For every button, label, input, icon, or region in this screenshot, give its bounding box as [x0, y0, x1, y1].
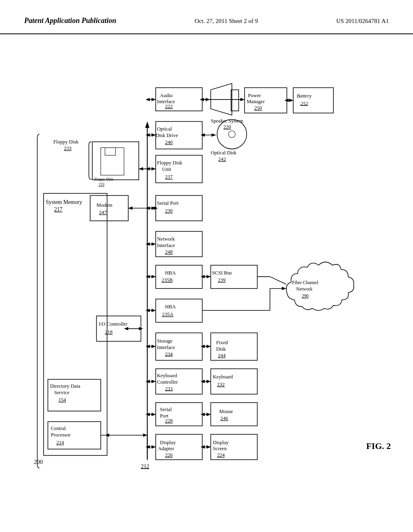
svg-text:214: 214 [56, 440, 65, 445]
svg-point-145 [229, 131, 236, 137]
svg-text:Fixed: Fixed [216, 340, 228, 345]
svg-text:Keyboard: Keyboard [157, 373, 177, 378]
svg-text:Mouse: Mouse [219, 409, 233, 414]
svg-text:Manager: Manager [247, 99, 265, 104]
svg-rect-42 [211, 403, 257, 426]
page-header: Patent Application Publication Oct. 27, … [0, 0, 413, 34]
svg-text:217: 217 [54, 206, 63, 212]
svg-marker-19 [124, 327, 128, 330]
svg-text:Interface: Interface [157, 345, 175, 350]
svg-text:Central: Central [51, 426, 66, 431]
svg-marker-156 [152, 98, 156, 101]
svg-text:247: 247 [99, 210, 107, 215]
publication-label: Patent Application Publication [24, 16, 116, 25]
svg-text:Floppy Disk: Floppy Disk [94, 177, 113, 181]
svg-text:235B: 235B [162, 277, 173, 283]
svg-text:Modem: Modem [96, 202, 112, 208]
svg-text:Optical: Optical [157, 126, 172, 132]
svg-rect-115 [90, 195, 128, 221]
svg-text:Screen: Screen [213, 446, 227, 451]
svg-marker-134 [139, 167, 143, 170]
svg-point-144 [217, 119, 246, 149]
svg-marker-73 [206, 345, 211, 348]
svg-text:233: 233 [99, 183, 104, 187]
svg-marker-47 [200, 413, 204, 416]
svg-marker-149 [212, 133, 216, 137]
date-sheet-label: Oct. 27, 2011 Sheet 2 of 9 [195, 16, 258, 25]
svg-marker-74 [200, 345, 204, 348]
svg-marker-142 [152, 133, 156, 137]
svg-text:234: 234 [165, 351, 173, 357]
svg-rect-109 [156, 195, 202, 221]
svg-text:SCSI Bus: SCSI Bus [212, 270, 232, 276]
svg-text:246: 246 [221, 416, 228, 421]
svg-marker-59 [206, 380, 211, 383]
svg-text:Keyboard: Keyboard [213, 374, 233, 380]
svg-text:System Memory: System Memory [46, 199, 82, 205]
svg-text:220: 220 [223, 124, 231, 130]
svg-text:HBA: HBA [165, 270, 176, 276]
figure-label: FIG. 2 [366, 441, 391, 451]
svg-text:226: 226 [165, 452, 173, 458]
svg-text:Interface: Interface [157, 243, 175, 248]
svg-text:240: 240 [165, 139, 173, 145]
system-diagram: 200 System Memory 217 Central Processor … [16, 48, 397, 516]
svg-marker-150 [200, 133, 204, 137]
svg-text:Storage: Storage [157, 338, 173, 344]
svg-marker-175 [289, 99, 293, 102]
svg-text:Display: Display [213, 440, 229, 445]
diagram-area: 200 System Memory 217 Central Processor … [16, 48, 397, 516]
svg-text:Processor: Processor [51, 432, 71, 438]
svg-marker-119 [128, 206, 132, 210]
svg-line-101 [270, 276, 286, 284]
svg-rect-87 [211, 265, 257, 289]
svg-text:Adapter: Adapter [158, 446, 174, 451]
svg-text:237: 237 [165, 174, 173, 180]
svg-text:Directory Data: Directory Data [50, 383, 80, 389]
svg-text:154: 154 [58, 397, 67, 403]
svg-rect-171 [293, 88, 334, 113]
svg-text:212: 212 [141, 463, 149, 470]
svg-marker-157 [146, 98, 150, 101]
svg-marker-170 [240, 98, 244, 101]
svg-marker-176 [284, 99, 288, 102]
svg-marker-40 [152, 413, 156, 416]
svg-marker-179 [143, 434, 147, 437]
svg-marker-107 [152, 242, 156, 245]
svg-text:Network: Network [296, 287, 313, 291]
svg-rect-1 [44, 193, 107, 455]
svg-marker-46 [206, 413, 211, 416]
svg-text:Serial: Serial [160, 407, 172, 412]
svg-text:235A: 235A [162, 312, 173, 317]
svg-text:Speaker System: Speaker System [211, 118, 243, 124]
svg-marker-53 [152, 380, 156, 383]
svg-text:242: 242 [218, 156, 226, 162]
svg-text:Service: Service [54, 390, 69, 395]
svg-text:Disk Drive: Disk Drive [156, 133, 178, 138]
patent-number-label: US 2011/0264781 A1 [336, 16, 389, 25]
svg-text:222: 222 [165, 104, 173, 109]
svg-marker-13 [145, 121, 149, 128]
svg-text:228: 228 [165, 418, 173, 424]
svg-text:233: 233 [64, 145, 72, 151]
svg-marker-66 [152, 345, 156, 348]
svg-text:200: 200 [34, 459, 43, 465]
svg-text:Battery: Battery [296, 93, 311, 99]
svg-text:Serial Port: Serial Port [157, 200, 179, 206]
svg-text:Display: Display [160, 440, 176, 445]
svg-text:Floppy Disk: Floppy Disk [53, 139, 79, 145]
svg-text:Controller: Controller [157, 379, 178, 385]
svg-text:252: 252 [300, 101, 309, 106]
svg-text:Optical Disk: Optical Disk [211, 150, 237, 156]
svg-marker-26 [152, 445, 156, 449]
svg-text:I/O Controller: I/O Controller [99, 321, 128, 327]
svg-text:Audio: Audio [160, 93, 173, 98]
svg-text:224: 224 [217, 452, 225, 458]
svg-text:250: 250 [254, 105, 262, 111]
svg-text:239: 239 [218, 277, 225, 283]
svg-rect-75 [156, 299, 202, 322]
svg-text:232: 232 [217, 382, 225, 387]
svg-rect-129 [101, 148, 124, 175]
svg-marker-60 [200, 380, 204, 383]
svg-text:Floppy Disk: Floppy Disk [157, 160, 182, 166]
